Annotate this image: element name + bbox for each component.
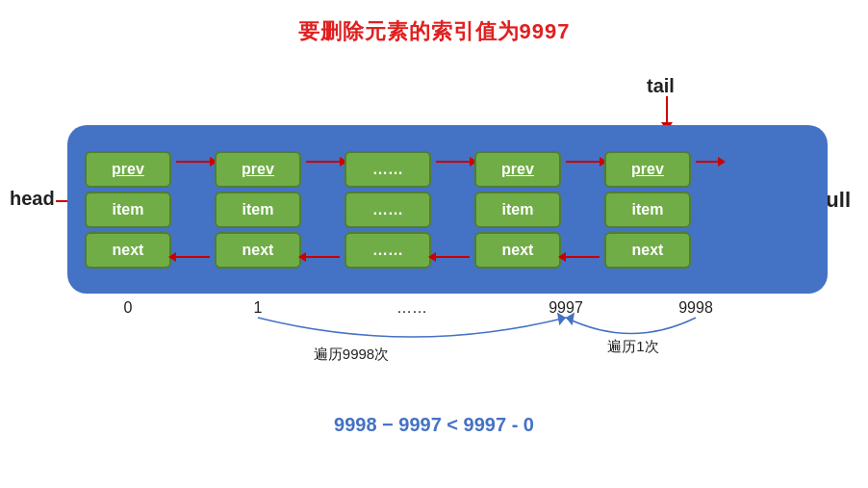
- arrow-9997-9998: [561, 135, 604, 284]
- node-1-item: item: [215, 192, 301, 228]
- tail-label: tail: [647, 75, 675, 97]
- node-9997-prev: prev: [474, 151, 561, 188]
- node-9997-item: item: [474, 192, 561, 228]
- node-9998-prev: prev: [604, 151, 691, 188]
- node-9997-next: next: [474, 232, 561, 269]
- svg-text:……: ……: [396, 299, 427, 316]
- node-1: prev item next: [215, 151, 301, 269]
- node-9998-next: next: [604, 232, 691, 269]
- node-0-next: next: [85, 232, 171, 269]
- node-ellipsis-prev: ……: [345, 151, 431, 188]
- node-1-prev: prev: [215, 151, 301, 188]
- node-0: prev item next: [85, 151, 171, 269]
- node-9997: prev item next: [474, 151, 561, 269]
- bottom-annotations: 0 1 …… 9997 9998 遍历9998次 遍历1次: [67, 294, 828, 409]
- arrow-ellipsis-9997: [431, 135, 474, 284]
- node-9998-item: item: [604, 192, 691, 228]
- node-ellipsis-next: ……: [345, 232, 431, 269]
- svg-text:遍历1次: 遍历1次: [607, 338, 658, 354]
- svg-text:1: 1: [254, 299, 263, 316]
- arrow-1-ellipsis: [301, 135, 345, 284]
- svg-text:遍历9998次: 遍历9998次: [314, 346, 389, 362]
- svg-marker-17: [718, 157, 726, 167]
- formula-label: 9998 − 9997 < 9997 - 0: [0, 414, 868, 436]
- svg-text:9998: 9998: [678, 299, 713, 316]
- svg-text:9997: 9997: [549, 299, 583, 316]
- node-9998: prev item next: [604, 151, 691, 269]
- arrow-0-1: [171, 135, 215, 284]
- tail-arrow: [666, 96, 668, 123]
- node-0-prev: prev: [85, 151, 171, 188]
- head-label: head: [10, 188, 55, 210]
- list-container: prev item next prev item next …… …… ……: [67, 125, 828, 294]
- node-ellipsis: …… …… ……: [345, 151, 431, 269]
- node-ellipsis-item: ……: [345, 192, 431, 228]
- node-0-item: item: [85, 192, 171, 228]
- node-1-next: next: [215, 232, 301, 269]
- svg-text:0: 0: [124, 299, 133, 316]
- page-title: 要删除元素的索引值为9997: [0, 0, 868, 46]
- arrow-to-null: [691, 135, 720, 284]
